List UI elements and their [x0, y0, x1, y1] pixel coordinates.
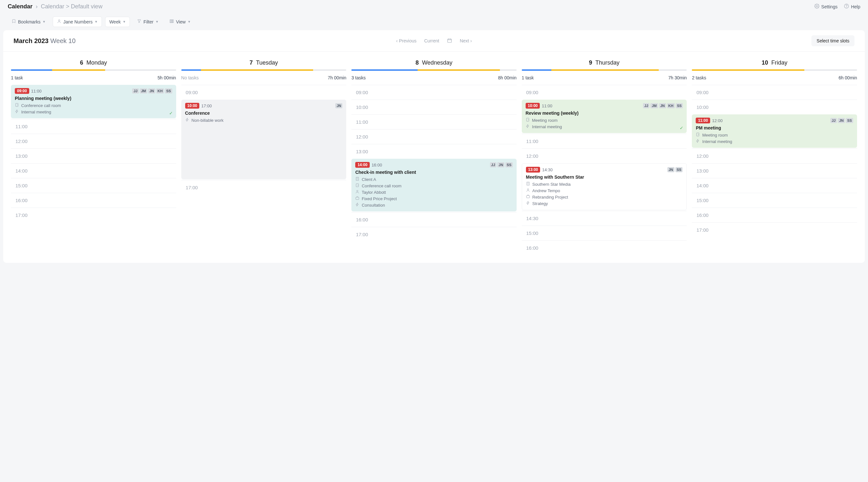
check-icon: ✓ — [169, 110, 173, 116]
select-time-slots-button[interactable]: Select time slots — [811, 35, 855, 46]
bolt-icon — [526, 201, 530, 206]
event-title: Conference — [185, 110, 343, 116]
current-button[interactable]: Current — [424, 38, 439, 43]
time-slot[interactable]: 13:00 — [351, 144, 517, 159]
event-meta: Southern Star Media — [526, 182, 683, 187]
calendar-event[interactable]: 13:0014:30JNSSMeeting with Southern Star… — [522, 163, 687, 210]
time-slot[interactable]: 17:00 — [11, 207, 176, 222]
event-meta: Internal meeting — [696, 139, 853, 144]
event-meta-text: Andrew Tempo — [532, 188, 560, 193]
time-slot[interactable]: 17:00 — [181, 180, 346, 195]
time-slot[interactable]: 16:00 — [692, 207, 857, 222]
time-slot[interactable]: 15:00 — [522, 226, 687, 240]
avatar-badge: SS — [505, 162, 513, 167]
time-slot[interactable]: 11:00 — [522, 134, 687, 149]
time-slot[interactable]: 11:00 — [11, 119, 176, 134]
event-meta-text: Consultation — [362, 203, 385, 207]
help-button[interactable]: Help — [844, 3, 860, 10]
time-slot[interactable]: 14:30 — [522, 211, 687, 226]
event-avatars: JJJNSS — [830, 118, 853, 123]
user-filter-button[interactable]: Jane Numbers ▼ — [53, 17, 102, 27]
time-slot[interactable]: 17:00 — [351, 227, 517, 242]
event-end-time: 12:00 — [712, 118, 723, 123]
svg-point-0 — [816, 5, 817, 7]
time-slot[interactable]: 13:00 — [11, 149, 176, 163]
time-slot[interactable]: 16:00 — [522, 240, 687, 255]
time-slot[interactable]: 09:00 — [181, 85, 346, 100]
calendar-event[interactable]: 10:0011:00JJJMJNKHSSReview meeting (week… — [522, 100, 687, 133]
time-slot[interactable]: 15:00 — [692, 193, 857, 207]
event-avatars: JJJMJNKHSS — [132, 88, 172, 94]
svg-point-2 — [846, 7, 847, 7]
settings-button[interactable]: Settings — [814, 3, 838, 10]
event-title: Planning meeting (weekly) — [15, 96, 172, 101]
toolbar: Bookmarks ▼ Jane Numbers ▼ Week ▼ Filter… — [0, 13, 868, 30]
day-number: 7 — [249, 59, 253, 66]
event-meta-text: Strategy — [532, 201, 548, 206]
event-meta: Consultation — [355, 202, 513, 207]
event-meta-text: Conference call room — [362, 184, 402, 188]
event-meta-text: Internal meeting — [702, 139, 732, 144]
day-load-bar — [351, 69, 517, 71]
user-filter-label: Jane Numbers — [63, 19, 93, 25]
time-slot[interactable]: 09:00 — [692, 85, 857, 100]
settings-label: Settings — [822, 4, 838, 9]
building-icon — [526, 182, 530, 187]
svg-point-1 — [844, 4, 849, 8]
prev-button[interactable]: ‹ Previous — [396, 38, 416, 43]
time-slot[interactable]: 13:00 — [692, 163, 857, 178]
time-slot[interactable]: 14:00 — [11, 163, 176, 178]
avatar-badge: KH — [667, 103, 675, 108]
avatar-badge: JJ — [830, 118, 837, 123]
day-header: 10Friday — [692, 57, 857, 69]
hours-total: 7h 00min — [328, 75, 346, 80]
task-count: No tasks — [181, 75, 199, 80]
calendar-picker-button[interactable] — [447, 38, 452, 44]
day-name: Monday — [87, 59, 107, 66]
avatar-badge: JN — [659, 103, 666, 108]
next-button[interactable]: Next › — [460, 38, 472, 43]
day-header: 7Tuesday — [181, 57, 346, 69]
app-title: Calendar — [8, 3, 32, 10]
view-button[interactable]: View ▼ — [165, 17, 194, 27]
columns-icon — [169, 19, 174, 25]
bookmarks-button[interactable]: Bookmarks ▼ — [8, 17, 50, 27]
period-button[interactable]: Week ▼ — [105, 17, 130, 27]
avatar-badge: JN — [838, 118, 845, 123]
day-number: 8 — [416, 59, 419, 66]
time-slot[interactable]: 12:00 — [11, 134, 176, 149]
time-slot[interactable]: 14:00 — [692, 178, 857, 193]
time-slot[interactable]: 12:00 — [692, 149, 857, 163]
time-slot[interactable]: 10:00 — [351, 100, 517, 115]
time-slot[interactable]: 12:00 — [351, 129, 517, 144]
day-name: Tuesday — [256, 59, 278, 66]
chevron-down-icon: ▼ — [123, 20, 126, 24]
day-stats: 1 task7h 30min — [522, 75, 687, 80]
time-slot[interactable]: 15:00 — [11, 178, 176, 193]
chevron-down-icon: ▼ — [42, 20, 45, 24]
time-slot[interactable]: 16:00 — [351, 212, 517, 227]
calendar-event[interactable]: 14:0016:00JJJNSSCheck-in meeting with cl… — [351, 159, 517, 212]
month-text: March 2023 — [13, 37, 49, 44]
svg-rect-20 — [696, 133, 699, 136]
calendar-event[interactable]: 10:0017:00JNConferenceNon-billable work — [181, 100, 346, 179]
time-slot[interactable]: 17:00 — [692, 222, 857, 237]
filter-button[interactable]: Filter ▼ — [133, 17, 162, 27]
calendar-event[interactable]: 11:0012:00JJJNSSPM meetingMeeting roomIn… — [692, 115, 857, 148]
time-slot[interactable]: 10:00 — [692, 100, 857, 115]
event-time-row: 11:0012:00JJJNSS — [696, 118, 853, 123]
chevron-right-icon: › — [470, 38, 472, 43]
task-count: 1 task — [11, 75, 23, 80]
svg-point-3 — [59, 20, 60, 21]
event-title: Check-in meeting with client — [355, 170, 513, 175]
calendar-event[interactable]: 09:0011:00JJJMJNKHSSPlanning meeting (we… — [11, 85, 176, 118]
bookmark-icon — [11, 19, 16, 25]
svg-rect-10 — [356, 178, 359, 181]
time-slot[interactable]: 09:00 — [351, 85, 517, 100]
breadcrumb-sep: › — [36, 3, 38, 10]
time-slot[interactable]: 12:00 — [522, 149, 687, 163]
time-slot[interactable]: 09:00 — [522, 85, 687, 100]
day-stats: 2 tasks6h 00min — [692, 75, 857, 80]
time-slot[interactable]: 11:00 — [351, 115, 517, 129]
time-slot[interactable]: 16:00 — [11, 193, 176, 207]
